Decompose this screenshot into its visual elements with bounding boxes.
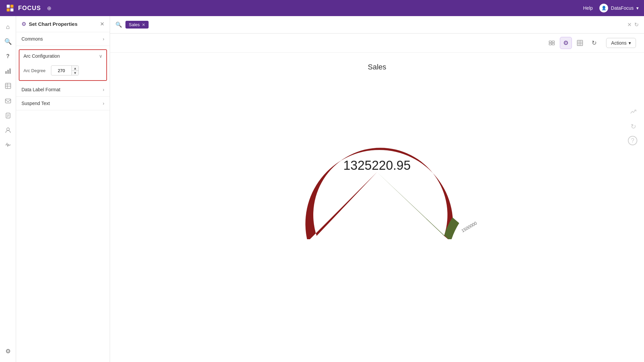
sidebar-settings-icon[interactable]: ⚙ (1, 345, 15, 358)
gauge-value: 1325220.95 (343, 158, 411, 173)
username: DataFocus (611, 5, 634, 11)
data-label-section: Data Label Format › (16, 83, 110, 97)
actions-chevron-icon: ▾ (629, 40, 631, 46)
sidebar-help-icon[interactable]: ? (1, 50, 15, 63)
svg-point-12 (7, 128, 9, 131)
suspend-text-label: Suspend Text (21, 101, 50, 106)
svg-rect-1 (7, 70, 9, 74)
chart-title: Sales (368, 63, 386, 71)
suspend-text-chevron-icon: › (103, 101, 104, 106)
data-label-chevron-icon: › (103, 87, 104, 92)
main-layout: ⌂ 🔍 ? ⚙ ⚙ Set Chart Properties ✕ (0, 16, 644, 362)
sidebar-clipboard-icon[interactable] (1, 109, 15, 122)
sidebar-home-icon[interactable]: ⌂ (1, 20, 15, 34)
arc-degree-label: Arc Degree (23, 68, 47, 73)
svg-rect-7 (5, 99, 11, 103)
sidebar-inbox-icon[interactable] (1, 94, 15, 107)
arc-degree-spinner: ▲ ▼ (71, 66, 78, 75)
sidebar-search-icon[interactable]: 🔍 (1, 35, 15, 48)
arc-config-body: Arc Degree ▲ ▼ (19, 62, 106, 80)
arc-degree-input-wrap: ▲ ▼ (51, 65, 79, 75)
new-tab-button[interactable]: ⊕ (44, 3, 54, 13)
nav-left: FOCUS ⊕ (5, 3, 54, 13)
search-input[interactable] (152, 22, 624, 28)
app-name: FOCUS (18, 5, 41, 12)
data-label-label: Data Label Format (21, 87, 60, 92)
svg-rect-0 (5, 71, 7, 74)
search-refresh-icon[interactable]: ↻ (634, 21, 639, 28)
sidebar-pulse-icon[interactable] (1, 138, 15, 152)
svg-rect-2 (9, 68, 11, 74)
data-label-section-header[interactable]: Data Label Format › (16, 83, 110, 96)
tag-label: Sales (129, 22, 140, 27)
gauge-container: 1500000 1325220.95 (273, 78, 481, 239)
svg-rect-13 (549, 41, 551, 43)
help-link[interactable]: Help (583, 5, 593, 11)
search-clear-icon[interactable]: ✕ (627, 21, 632, 28)
trend-icon-button[interactable] (628, 106, 639, 117)
user-chevron: ▾ (636, 5, 639, 11)
commons-chevron-icon: › (103, 36, 104, 42)
content-area: 🔍 Sales ✕ ✕ ↻ ⚙ ↻ Actions ▾ (110, 16, 644, 362)
suspend-text-section: Suspend Text › (16, 97, 110, 110)
commons-section: Commons › (16, 32, 110, 46)
arc-degree-decrement[interactable]: ▼ (72, 70, 78, 75)
arc-degree-input[interactable] (51, 67, 71, 74)
arc-config-section: Arc Configuration ∨ Arc Degree ▲ ▼ (19, 49, 107, 81)
actions-button[interactable]: Actions ▾ (606, 38, 636, 48)
svg-rect-14 (552, 41, 554, 43)
svg-rect-15 (549, 43, 551, 45)
sidebar-user-icon[interactable] (1, 123, 15, 137)
panel-gear-icon: ⚙ (21, 21, 26, 27)
chart-toolbar: ⚙ ↻ Actions ▾ (110, 34, 644, 53)
sidebar-chart-icon[interactable] (1, 64, 15, 78)
tag-close-button[interactable]: ✕ (142, 22, 145, 27)
arc-degree-increment[interactable]: ▲ (72, 66, 78, 70)
svg-rect-3 (5, 83, 11, 89)
panel-title: Set Chart Properties (29, 21, 77, 27)
refresh-chart-icon-button[interactable]: ↻ (628, 121, 639, 132)
panel-header: ⚙ Set Chart Properties ✕ (16, 16, 110, 32)
arc-config-chevron-icon: ∨ (99, 53, 102, 59)
suspend-text-section-header[interactable]: Suspend Text › (16, 97, 110, 110)
grid-view-button[interactable] (574, 37, 586, 49)
svg-rect-17 (577, 40, 583, 46)
svg-rect-16 (552, 43, 554, 45)
arc-degree-row: Arc Degree ▲ ▼ (23, 65, 102, 75)
search-bar: 🔍 Sales ✕ ✕ ↻ (110, 16, 644, 34)
nav-right: Help 👤 DataFocus ▾ (583, 4, 639, 12)
settings-active-button[interactable]: ⚙ (560, 37, 572, 49)
help-chart-icon-button[interactable]: ? (628, 136, 637, 145)
panel-title-row: ⚙ Set Chart Properties (21, 21, 77, 27)
right-side-icons: ↻ ? (628, 106, 639, 145)
top-navbar: FOCUS ⊕ Help 👤 DataFocus ▾ (0, 0, 644, 16)
sales-tag-chip: Sales ✕ (125, 21, 149, 29)
arc-config-wrapper: Arc Configuration ∨ Arc Degree ▲ ▼ (16, 46, 110, 83)
sidebar-icons: ⌂ 🔍 ? ⚙ (0, 16, 16, 362)
arc-config-label: Arc Configuration (23, 53, 60, 59)
gauge-tick-label: 1500000 (461, 220, 478, 233)
commons-label: Commons (21, 36, 43, 42)
arc-config-header[interactable]: Arc Configuration ∨ (19, 50, 106, 62)
search-right: ✕ ↻ (627, 21, 639, 28)
sidebar-table-icon[interactable] (1, 79, 15, 93)
properties-panel: ⚙ Set Chart Properties ✕ Commons › Arc C… (16, 16, 110, 362)
panel-close-button[interactable]: ✕ (100, 21, 104, 27)
commons-section-header[interactable]: Commons › (16, 32, 110, 46)
actions-label: Actions (611, 40, 627, 46)
refresh-button[interactable]: ↻ (588, 37, 600, 49)
app-logo (5, 3, 15, 13)
search-bar-icon: 🔍 (115, 21, 122, 28)
user-avatar: 👤 (599, 4, 608, 12)
chart-canvas: Sales (110, 53, 644, 362)
user-menu[interactable]: 👤 DataFocus ▾ (599, 4, 639, 12)
card-view-button[interactable] (546, 37, 558, 49)
